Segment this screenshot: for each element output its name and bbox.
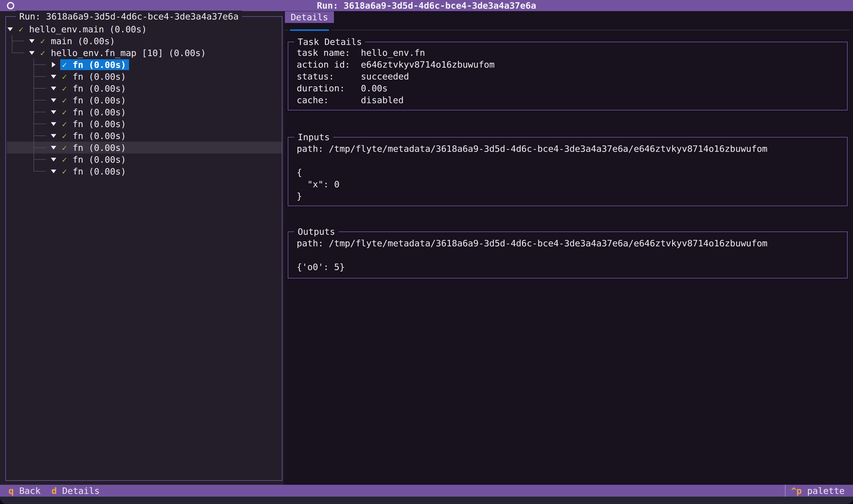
task-detail-row: cache:disabled (297, 95, 839, 107)
tree-row[interactable]: ✓fn (0.00s) (7, 94, 282, 106)
chevron-right-icon[interactable] (51, 59, 56, 71)
status-bar: qBackdDetails ^ppalette (0, 485, 853, 497)
success-check-icon: ✓ (62, 72, 67, 82)
inputs-section: Inputs path: /tmp/flyte/metadata/3618a6a… (288, 137, 848, 206)
keybinding-palette[interactable]: ^ppalette (791, 486, 845, 496)
task-detail-row: duration:0.00s (297, 83, 839, 95)
tree-row-label: fn (0.00s) (73, 119, 126, 129)
tree-row-content: ✓fn (0.00s) (62, 166, 126, 177)
success-check-icon: ✓ (62, 143, 67, 152)
tree-row-content: ✓hello_env.fn_map [10] (0.00s) (40, 48, 206, 58)
tree-row-content: ✓fn (0.00s) (62, 83, 126, 94)
task-detail-row: task name:hello_env.fn (297, 48, 839, 59)
run-tree: ✓hello_env.main (0.00s)✓main (0.00s)✓hel… (6, 17, 282, 177)
tree-row[interactable]: ✓fn (0.00s) (7, 154, 282, 165)
tree-row[interactable]: ✓main (0.00s) (7, 35, 282, 47)
tree-row-content: ✓fn (0.00s) (62, 71, 126, 82)
tree-row[interactable]: ✓hello_env.main (0.00s) (7, 23, 282, 35)
outputs-title: Outputs (294, 226, 339, 238)
tree-row-content: ✓fn (0.00s) (62, 142, 126, 153)
status-bar-right-items: ^ppalette (791, 486, 845, 496)
chevron-down-icon[interactable] (29, 47, 35, 59)
task-detail-label: task name: (297, 48, 361, 59)
tree-row-content: ✓fn (0.00s) (62, 119, 126, 129)
success-check-icon: ✓ (62, 155, 67, 164)
tree-row-label: hello_env.fn_map [10] (0.00s) (51, 48, 206, 58)
tree-row[interactable]: ✓fn (0.00s) (7, 165, 282, 177)
tree-connector-line (34, 59, 46, 71)
tree-row-label: fn (0.00s) (73, 95, 126, 105)
tree-connector-line (34, 106, 46, 118)
task-detail-label: cache: (297, 95, 361, 107)
task-detail-row: status:succeeded (297, 71, 839, 83)
tree-row[interactable]: ✓fn (0.00s) (7, 142, 282, 154)
tree-connector-line (12, 47, 24, 59)
success-check-icon: ✓ (62, 131, 67, 141)
success-check-icon: ✓ (18, 24, 24, 34)
inputs-content: path: /tmp/flyte/metadata/3618a6a9-3d5d-… (297, 143, 839, 202)
success-check-icon: ✓ (62, 84, 67, 93)
tabline-left-segment (285, 30, 289, 31)
chevron-down-icon[interactable] (51, 130, 56, 142)
keybinding-details[interactable]: dDetails (51, 486, 99, 496)
tree-connector-line (34, 142, 46, 154)
tabline-right-segment (331, 30, 850, 31)
chevron-down-icon[interactable] (51, 118, 56, 130)
tree-row[interactable]: ✓fn (0.00s) (7, 106, 282, 118)
success-check-icon: ✓ (62, 95, 67, 105)
inputs-title: Inputs (294, 131, 333, 143)
tree-row-content: ✓fn (0.00s) (62, 154, 126, 165)
status-bar-separator (785, 485, 786, 497)
chevron-down-icon[interactable] (51, 94, 56, 106)
tree-row[interactable]: ✓hello_env.fn_map [10] (0.00s) (7, 47, 282, 59)
tree-row[interactable]: ✓fn (0.00s) (7, 130, 282, 142)
tree-row-content: ✓fn (0.00s) (62, 95, 126, 106)
task-detail-row: action id:e646ztvkyv8714o16zbuwufom (297, 59, 839, 71)
keybinding-back[interactable]: qBack (8, 486, 40, 496)
tree-connector-line (34, 83, 46, 94)
active-tab-indicator (290, 29, 329, 31)
tree-row-content: ✓fn (0.00s) (62, 107, 126, 118)
window-title: Run: 3618a6a9-3d5d-4d6c-bce4-3de3a4a37e6… (317, 0, 536, 11)
keybinding-label: Back (19, 486, 41, 496)
chevron-down-icon[interactable] (51, 83, 56, 94)
chevron-down-icon[interactable] (51, 142, 56, 154)
run-tree-panel-title: Run: 3618a6a9-3d5d-4d6c-bce4-3de3a4a37e6… (16, 11, 242, 22)
tree-row[interactable]: ✓fn (0.00s) (7, 71, 282, 83)
tree-row[interactable]: ✓fn (0.00s) (7, 118, 282, 130)
details-column: Details Task Details task name:hello_env… (284, 11, 853, 485)
success-check-icon: ✓ (62, 60, 67, 70)
run-tree-panel: Run: 3618a6a9-3d5d-4d6c-bce4-3de3a4a37e6… (5, 16, 283, 481)
tree-row-label: fn (0.00s) (73, 60, 126, 70)
task-detail-value: succeeded (361, 71, 409, 83)
chevron-down-icon[interactable] (51, 165, 56, 177)
tree-row-label: fn (0.00s) (73, 84, 126, 93)
tree-row-content: ✓hello_env.main (0.00s) (18, 24, 147, 35)
tab-details[interactable]: Details (285, 11, 334, 23)
tree-connector-line (34, 94, 46, 106)
task-details-section: Task Details task name:hello_env.fnactio… (288, 42, 848, 110)
task-details-fields: task name:hello_env.fnaction id:e646ztvk… (297, 48, 839, 107)
tab-details-label: Details (291, 12, 328, 22)
chevron-down-icon[interactable] (29, 35, 35, 47)
chevron-down-icon[interactable] (7, 23, 13, 35)
chevron-down-icon[interactable] (51, 106, 56, 118)
left-column: Run: 3618a6a9-3d5d-4d6c-bce4-3de3a4a37e6… (0, 11, 284, 485)
chevron-down-icon[interactable] (51, 154, 56, 165)
task-detail-value: 0.00s (361, 83, 387, 95)
tree-row[interactable]: ✓fn (0.00s) (7, 59, 282, 71)
tree-connector-line (34, 154, 46, 165)
tree-connector-line (12, 35, 24, 47)
task-detail-value: hello_env.fn (361, 48, 425, 59)
chevron-down-icon[interactable] (51, 71, 56, 83)
tree-row-content: ✓fn (0.00s) (62, 130, 126, 141)
tree-row-label: fn (0.00s) (73, 143, 126, 153)
tree-row[interactable]: ✓fn (0.00s) (7, 83, 282, 94)
tree-connector-line (34, 130, 46, 142)
tree-row-label: hello_env.main (0.00s) (29, 24, 147, 34)
tree-row-label: main (0.00s) (51, 36, 115, 46)
window-footer-strip (0, 497, 853, 504)
success-check-icon: ✓ (40, 36, 46, 46)
success-check-icon: ✓ (40, 48, 46, 58)
success-check-icon: ✓ (62, 107, 67, 117)
